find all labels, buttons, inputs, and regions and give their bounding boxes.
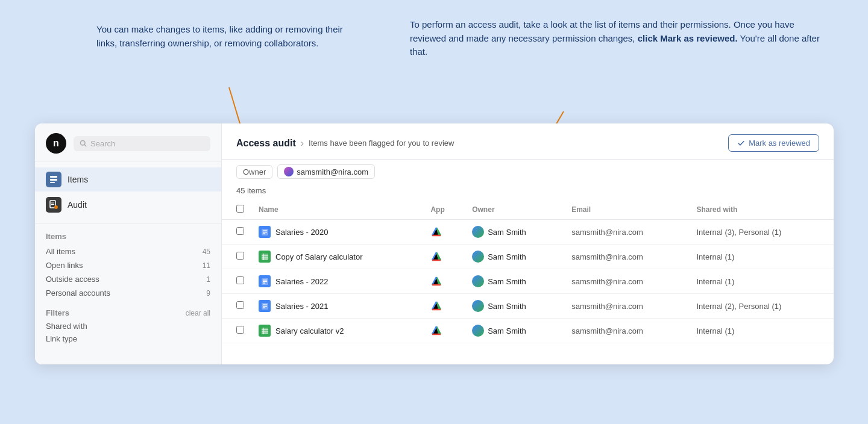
table-row: Salaries - 2022 Sa [222, 269, 834, 294]
tooltip-right: To perform an access audit, take a look … [410, 18, 820, 59]
email-cell: samsmith@nira.com [571, 228, 643, 237]
filters-clear-button[interactable]: clear all [186, 309, 210, 317]
owner-cell: Sam Smith [472, 275, 557, 287]
email-cell: samsmith@nira.com [571, 302, 643, 311]
table-row: Salaries - 2021 Sa [222, 294, 834, 319]
table-header: Name App Owner Email Shared with [222, 200, 834, 220]
sidebar-list-item[interactable]: Personal accounts9 [46, 286, 210, 300]
sidebar-nav-audit[interactable]: Audit [35, 193, 221, 217]
row-checkbox[interactable] [236, 252, 244, 260]
items-count: 45 items [222, 184, 834, 200]
doc-icon [259, 275, 271, 287]
owner-avatar [472, 251, 484, 263]
svg-point-12 [54, 205, 58, 209]
table-body: Salaries - 2020 Sa [222, 220, 834, 343]
search-icon [80, 140, 87, 147]
items-table: Name App Owner Email Shared with Salarie… [222, 200, 834, 343]
sidebar-list-item[interactable]: All items45 [46, 245, 210, 258]
logo: n [46, 133, 66, 154]
file-name: Salaries - 2021 [275, 302, 328, 311]
main-content: Access audit › Items have been flagged f… [222, 123, 834, 364]
owner-cell: Sam Smith [472, 226, 557, 238]
owner-avatar [472, 275, 484, 287]
owner-chip[interactable]: samsmith@nira.com [277, 164, 375, 179]
app-window: n Search Items [35, 123, 834, 364]
breadcrumb: Access audit › Items have been flagged f… [236, 138, 454, 149]
col-email: Email [564, 200, 689, 220]
shared-cell: Internal (1) [696, 277, 734, 286]
search-box[interactable]: Search [74, 136, 210, 151]
owner-cell: Sam Smith [472, 325, 557, 337]
sheet-icon [259, 325, 271, 337]
table-row: Copy of Salary calculator [222, 245, 834, 269]
svg-rect-8 [50, 182, 55, 183]
owner-cell: Sam Smith [472, 300, 557, 312]
sidebar: n Search Items [35, 123, 222, 364]
shared-cell: Internal (2), Personal (1) [696, 302, 781, 311]
file-name: Salary calculator v2 [275, 326, 344, 335]
row-checkbox[interactable] [236, 326, 244, 334]
col-app: App [423, 200, 465, 220]
owner-name: Sam Smith [488, 326, 526, 335]
owner-name: Sam Smith [488, 252, 526, 261]
svg-rect-7 [50, 179, 57, 181]
col-name: Name [251, 200, 423, 220]
gdrive-icon [430, 300, 442, 312]
sidebar-nav: Items Audit [35, 161, 221, 223]
svg-point-4 [81, 141, 86, 146]
mark-as-reviewed-button[interactable]: Mark as reviewed [728, 134, 819, 152]
tooltip-left: You can make changes to items, like addi… [96, 23, 356, 50]
row-checkbox[interactable] [236, 227, 244, 235]
checkmark-icon [737, 139, 745, 147]
col-owner: Owner [465, 200, 564, 220]
sidebar-items-section: Items All items45Open links11Outside acc… [35, 223, 221, 300]
sidebar-nav-items[interactable]: Items [35, 167, 221, 192]
owner-avatar [472, 325, 484, 337]
main-header: Access audit › Items have been flagged f… [222, 123, 834, 160]
file-cell: Salaries - 2020 [259, 226, 416, 238]
doc-icon [259, 226, 271, 238]
col-shared: Shared with [689, 200, 834, 220]
file-cell: Salaries - 2021 [259, 300, 416, 312]
filters-header: Filters clear all [46, 308, 210, 317]
file-cell: Salary calculator v2 [259, 325, 416, 337]
shared-cell: Internal (1) [696, 252, 734, 261]
filter-item[interactable]: Link type [46, 332, 210, 345]
file-name: Copy of Salary calculator [275, 252, 363, 261]
row-checkbox[interactable] [236, 301, 244, 309]
shared-cell: Internal (3), Personal (1) [696, 228, 781, 237]
owner-avatar [472, 226, 484, 238]
shared-cell: Internal (1) [696, 326, 734, 335]
file-cell: Salaries - 2022 [259, 275, 416, 287]
doc-icon [259, 300, 271, 312]
owner-chip-avatar [284, 167, 294, 176]
file-cell: Copy of Salary calculator [259, 251, 416, 263]
owner-name: Sam Smith [488, 302, 526, 311]
file-name: Salaries - 2020 [275, 228, 328, 237]
items-nav-icon [46, 172, 61, 187]
gdrive-icon [430, 275, 442, 287]
select-all-checkbox[interactable] [236, 205, 244, 213]
sidebar-top: n Search [35, 123, 221, 161]
email-cell: samsmith@nira.com [571, 252, 643, 261]
sidebar-list-item[interactable]: Outside access1 [46, 272, 210, 286]
filter-item[interactable]: Shared with [46, 320, 210, 332]
gdrive-icon [430, 226, 442, 238]
owner-filter: Owner samsmith@nira.com [222, 160, 834, 184]
items-table-wrap[interactable]: Name App Owner Email Shared with Salarie… [222, 200, 834, 364]
owner-cell: Sam Smith [472, 251, 557, 263]
email-cell: samsmith@nira.com [571, 277, 643, 286]
gdrive-icon [430, 325, 442, 337]
owner-name: Sam Smith [488, 277, 526, 286]
svg-line-5 [84, 145, 86, 146]
owner-avatar [472, 300, 484, 312]
sidebar-filters-section: Filters clear all Shared withLink type [35, 300, 221, 345]
table-row: Salaries - 2020 Sa [222, 220, 834, 245]
row-checkbox[interactable] [236, 276, 244, 284]
table-row: Salary calculator v2 [222, 319, 834, 343]
svg-rect-6 [50, 176, 57, 178]
email-cell: samsmith@nira.com [571, 326, 643, 335]
gdrive-icon [430, 251, 442, 263]
sidebar-list-item[interactable]: Open links11 [46, 258, 210, 272]
audit-nav-icon [46, 197, 61, 213]
